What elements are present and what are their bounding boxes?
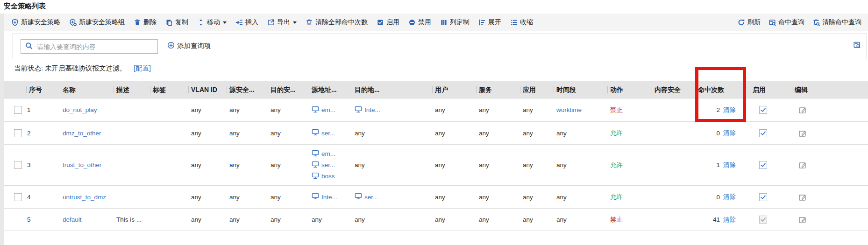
collapse-button[interactable]: 收缩 [510,18,533,27]
edit-button[interactable] [798,129,806,137]
cell-src_zone: any [227,194,268,201]
dropdown-caret-icon [293,21,297,24]
export-button[interactable]: 导出 [267,18,297,27]
toolbar-button-label: 新建安全策略 [21,18,60,27]
disable-button[interactable]: 禁用 [408,18,431,27]
policy-name-link[interactable]: default [63,216,82,223]
cell-text: any [229,130,240,137]
expand-button[interactable]: 展开 [478,18,501,27]
cell-text: any [229,106,240,113]
delete-button[interactable]: 删除 [134,18,157,27]
move-button[interactable]: 移动 [197,18,227,27]
toolbar-button-label: 新建安全策略组 [79,18,125,27]
status-label: 当前状态: [14,64,43,72]
row-select-checkbox[interactable] [14,193,22,201]
cell-action: 禁止 [607,106,652,114]
enable-button[interactable]: 启用 [377,18,399,27]
copy-icon [165,19,173,26]
address-object-link[interactable]: ser... [355,192,378,202]
address-object-label[interactable]: Inte... [321,194,337,201]
cell-name: dmz_to_other [60,130,114,137]
address-object-link[interactable]: Inte... [312,192,337,202]
address-object-label[interactable]: boss [321,173,335,180]
address-object-label[interactable]: em... [321,106,335,113]
cell-sel [4,161,26,169]
new-policy-group-button[interactable]: 新建安全策略组 [69,18,125,27]
advanced-query-icon[interactable] [853,41,861,50]
table-row: 5defaultThis is ...anyanyanyanyanyanyany… [4,209,868,231]
copy-button[interactable]: 复制 [165,18,188,27]
col-header-src_addr: 源地址... [309,81,352,98]
clear-hits-link[interactable]: 清除 [723,216,736,224]
clear-hit-query-button[interactable]: 清除命中查询 [812,18,861,27]
address-object-link[interactable]: Inte... [355,105,380,115]
monitor-icon [312,161,319,169]
new-policy-button[interactable]: 新建安全策略 [11,18,60,27]
edit-button[interactable] [798,106,806,114]
cell-dst_zone: any [268,216,309,223]
address-object-link[interactable]: em... [312,105,335,115]
cell-app: any [520,161,554,168]
shield-plus-icon [11,19,19,26]
cell-dst_addr: Inte... [352,105,432,115]
schedule-link[interactable]: worktime [556,106,582,113]
policy-name-link[interactable]: dmz_to_other [63,130,101,137]
row-select-checkbox[interactable] [14,161,22,169]
column-custom-button[interactable]: 列定制 [440,18,470,27]
row-select-checkbox[interactable] [14,129,22,137]
cell-hits: 41清除 [695,216,750,224]
edit-button[interactable] [798,161,806,169]
enable-checkbox[interactable] [759,106,767,114]
search-input-box[interactable] [21,39,158,54]
clear-hits-link[interactable]: 清除 [723,193,736,201]
clear-hits-link[interactable]: 清除 [723,106,736,114]
schedule-text: any [556,194,567,201]
cell-dst_zone: any [268,161,309,168]
refresh-button[interactable]: 刷新 [738,18,761,27]
enable-checkbox[interactable] [759,129,767,137]
address-object-link[interactable]: ser... [312,160,335,170]
policy-table: 序号名称描述标签VLAN ID源安全...目的安...源地址...目的地...用… [4,81,868,231]
enable-checkbox[interactable] [759,161,767,169]
insert-icon [235,19,243,26]
config-link[interactable]: [配置] [134,64,151,72]
edit-button[interactable] [798,193,806,201]
address-object-label[interactable]: ser... [321,161,335,168]
cell-text: any [191,216,201,223]
clear-hits-link[interactable]: 清除 [723,161,736,169]
edit-button[interactable] [798,216,806,224]
disable-icon [408,19,416,26]
clear-hits-link[interactable]: 清除 [723,129,736,137]
insert-button[interactable]: 插入 [235,18,258,27]
address-object-link[interactable]: ser... [312,128,335,138]
search-input[interactable] [36,42,155,51]
hit-count: 41 [713,216,720,223]
cell-seq: 2 [26,130,60,137]
address-object-link[interactable]: em... [312,149,335,159]
cell-text: any [270,161,281,168]
policy-name-link[interactable]: do_not_play [63,106,97,113]
add-query-button[interactable]: 添加查询项 [167,42,211,50]
cell-src_zone: any [227,161,268,168]
clear-all-hits-button[interactable]: 00清除全部命中次数 [306,18,368,27]
table-row: 3trust_to_otheranyanyanyem...ser...bossa… [4,145,868,186]
cell-app: any [520,216,554,223]
cell-user: any [432,161,476,168]
address-object-label[interactable]: ser... [321,130,335,137]
address-object-label[interactable]: ser... [364,194,378,201]
policy-name-link[interactable]: trust_to_other [63,161,101,168]
hit-query-button[interactable]: 命中查询 [768,18,804,27]
cell-text: any [191,161,201,168]
toolbar-button-label: 插入 [245,18,258,27]
address-object-label[interactable]: em... [321,150,335,157]
policy-name-link[interactable]: untrust_to_dmz [63,194,106,201]
cell-text: any [229,194,240,201]
schedule-text: any [556,161,567,168]
address-object-label[interactable]: Inte... [364,106,380,113]
col-header-enabled: 启用 [750,81,792,98]
cell-src_zone: any [227,130,268,137]
row-select-checkbox[interactable] [14,106,22,114]
address-object-link[interactable]: boss [312,171,335,182]
table-row: 1do_not_playanyanyanyem...Inte...anyanya… [4,98,868,122]
enable-checkbox[interactable] [759,193,767,201]
